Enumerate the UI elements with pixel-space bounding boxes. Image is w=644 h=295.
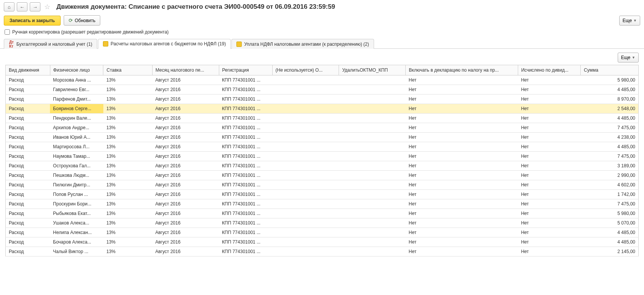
table-row[interactable]: РасходПилюгин Дмитр...13%Август 2016КПП … [6,180,639,190]
cell-rate: 13% [103,237,152,247]
home-button[interactable]: ⌂ [4,2,14,11]
manual-edit-row: Ручная корректировка (разрешает редактир… [0,29,644,38]
col-oktmo[interactable]: УдалитьОКТМО_КПП [339,65,406,75]
cell-sum: 5 070,00 [581,218,639,228]
cell-oktmo [339,171,406,180]
table-row[interactable]: РасходБояринов Серге...13%Август 2016КПП… [6,104,639,114]
back-button[interactable]: ← [17,2,27,11]
table-row[interactable]: РасходГавриленко Евг...13%Август 2016КПП… [6,85,639,95]
cell-oktmo [339,114,406,123]
col-rate[interactable]: Ставка [103,65,152,75]
table-row[interactable]: РасходПендюрин Вале...13%Август 2016КПП … [6,114,639,123]
cell-sum: 5 980,00 [581,209,639,218]
cell-person: Попов Руслан ... [50,190,103,199]
table-row[interactable]: РасходОстроухова Гал...13%Август 2016КПП… [6,161,639,171]
cell-month: Август 2016 [152,104,219,114]
cell-reg: КПП 774301001 ... [219,133,272,142]
table-header-row: Вид движения Физическое лицо Ставка Меся… [6,65,639,75]
cell-oktmo [339,85,406,95]
cell-reg: КПП 774301001 ... [219,75,272,85]
table-row[interactable]: РасходПопов Руслан ...13%Август 2016КПП … [6,190,639,199]
more-label: Еще [623,18,632,23]
cell-rate: 13% [103,95,152,104]
cell-move: Расход [6,123,50,133]
cell-person: Пилюгин Дмитр... [50,180,103,190]
cell-month: Август 2016 [152,142,219,152]
cell-rate: 13% [103,247,152,257]
cell-reg: КПП 774301001 ... [219,190,272,199]
table-more-button[interactable]: Еще ▼ [618,53,639,63]
tabs-bar: ДтКт Бухгалтерский и налоговый учет (1) … [0,38,644,49]
manual-edit-checkbox[interactable] [5,29,10,35]
cell-reg: КПП 774301001 ... [219,95,272,104]
col-unused[interactable]: (Не используется) О... [272,65,339,75]
header-bar: ⌂ ← → ☆ Движения документа: Списание с р… [0,0,644,14]
cell-reg: КПП 774301001 ... [219,209,272,218]
cell-divid: Нет [518,209,580,218]
cell-month: Август 2016 [152,180,219,190]
table-row[interactable]: РасходРыбьякова Екат...13%Август 2016КПП… [6,209,639,218]
cell-month: Август 2016 [152,133,219,142]
tab-label: Уплата НДФЛ налоговыми агентами (к распр… [244,42,369,47]
cell-reg: КПП 774301001 ... [219,237,272,247]
cell-move: Расход [6,237,50,247]
col-person[interactable]: Физическое лицо [50,65,103,75]
table-row[interactable]: РасходЧалый Виктор ...13%Август 2016КПП … [6,247,639,257]
cell-move: Расход [6,114,50,123]
cell-rate: 13% [103,228,152,237]
cell-divid: Нет [518,142,580,152]
cell-month: Август 2016 [152,152,219,161]
table-row[interactable]: РасходИванов Юрий А...13%Август 2016КПП … [6,133,639,142]
cell-divid: Нет [518,75,580,85]
cell-decl: Нет [406,218,518,228]
cell-divid: Нет [518,237,580,247]
cell-reg: КПП 774301001 ... [219,142,272,152]
cell-oktmo [339,75,406,85]
cell-rate: 13% [103,209,152,218]
table-row[interactable]: РасходПешкова Людм...13%Август 2016КПП 7… [6,171,639,180]
cell-person: Парфенов Дмит... [50,95,103,104]
refresh-button[interactable]: ⟳ Обновить [64,15,100,26]
table-row[interactable]: РасходНелипа Алексан...13%Август 2016КПП… [6,228,639,237]
table-row[interactable]: РасходПарфенов Дмит...13%Август 2016КПП … [6,95,639,104]
table-row[interactable]: РасходБочаров Алекса...13%Август 2016КПП… [6,237,639,247]
col-month[interactable]: Месяц налогового пе... [152,65,219,75]
tab-ndfl-budget[interactable]: Расчеты налоговых агентов с бюджетом по … [98,39,231,49]
cell-decl: Нет [406,209,518,218]
cell-move: Расход [6,209,50,218]
table-row[interactable]: РасходУшаков Алекса...13%Август 2016КПП … [6,218,639,228]
cell-month: Август 2016 [152,114,219,123]
cell-decl: Нет [406,190,518,199]
col-divid[interactable]: Исчислено по дивид... [518,65,580,75]
col-move[interactable]: Вид движения [6,65,50,75]
cell-sum: 8 970,00 [581,95,639,104]
favorite-star-icon[interactable]: ☆ [43,3,52,11]
table-row[interactable]: РасходАрхипов Андре...13%Август 2016КПП … [6,123,639,133]
refresh-icon: ⟳ [69,18,73,23]
table-row[interactable]: РасходНаумова Тамар...13%Август 2016КПП … [6,152,639,161]
chevron-down-icon: ▼ [633,19,637,22]
forward-button[interactable]: → [30,2,40,11]
table-row[interactable]: РасходПроскурин Бори...13%Август 2016КПП… [6,199,639,209]
cell-reg: КПП 774301001 ... [219,85,272,95]
cell-decl: Нет [406,104,518,114]
col-reg[interactable]: Регистрация [219,65,272,75]
cell-rate: 13% [103,142,152,152]
col-decl[interactable]: Включать в декларацию по налогу на пр... [406,65,518,75]
save-close-button[interactable]: Записать и закрыть [4,16,61,26]
cell-person: Проскурин Бори... [50,199,103,209]
cell-oktmo [339,133,406,142]
tab-ndfl-distribution[interactable]: Уплата НДФЛ налоговыми агентами (к распр… [231,39,374,49]
cell-move: Расход [6,85,50,95]
table-toolbar: Еще ▼ [0,49,644,65]
more-button[interactable]: Еще ▼ [619,16,640,26]
col-sum[interactable]: Сумма [581,65,639,75]
cell-unused [272,180,339,190]
cell-reg: КПП 774301001 ... [219,199,272,209]
cell-sum: 7 475,00 [581,123,639,133]
table-row[interactable]: РасходМорозова Анна ...13%Август 2016КПП… [6,75,639,85]
table-row[interactable]: РасходМартиросова Л...13%Август 2016КПП … [6,142,639,152]
cell-decl: Нет [406,247,518,257]
cell-decl: Нет [406,161,518,171]
tab-accounting[interactable]: ДтКт Бухгалтерский и налоговый учет (1) [4,39,97,49]
